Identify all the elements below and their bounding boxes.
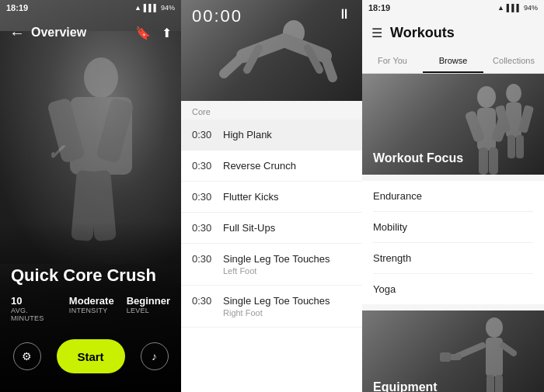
exercise-item[interactable]: 0:30 Single Leg Toe Touches Left Foot <box>181 244 362 286</box>
exercise-info: Full Sit-Ups <box>223 222 275 234</box>
svg-point-13 <box>477 86 496 108</box>
category-list: Endurance Mobility Strength Yoga <box>362 181 544 304</box>
bookmark-icon[interactable]: 🔖 <box>135 26 151 40</box>
exercise-info: High Plank <box>223 129 272 140</box>
category-yoga[interactable]: Yoga <box>373 274 533 304</box>
exercise-time: 0:30 <box>192 191 223 203</box>
category-mobility[interactable]: Mobility <box>373 212 533 243</box>
exercise-info: Flutter Kicks <box>223 191 279 203</box>
tab-collections[interactable]: Collections <box>483 50 544 73</box>
workout-meta: 10 Avg. Minutes Moderate Intensity Begin… <box>11 295 170 322</box>
wifi-icon: ▲ <box>497 4 504 12</box>
workouts-tabs: For You Browse Collections <box>362 50 544 74</box>
exercise-item[interactable]: 0:30 Reverse Crunch <box>181 151 362 182</box>
workouts-panel: 18:19 ▲ ▌▌▌ 94% ☰ Workouts For You Brows… <box>362 0 544 392</box>
exercise-time: 0:30 <box>192 160 223 172</box>
exercise-info: Single Leg Toe Touches Left Foot <box>223 253 330 276</box>
back-button[interactable]: ← <box>9 24 25 42</box>
pause-button[interactable]: ⏸ <box>337 6 351 23</box>
workout-title: Quick Core Crush <box>11 265 170 286</box>
workout-info: Quick Core Crush 10 Avg. Minutes Moderat… <box>11 265 170 322</box>
svg-line-30 <box>503 345 514 353</box>
meta-level-value: Beginner <box>127 295 170 307</box>
meta-minutes-value: 10 <box>11 295 22 307</box>
workouts-status-icons: ▲ ▌▌▌ 94% <box>497 4 538 12</box>
workouts-content: Workout Focus Endurance Mobility Strengt… <box>362 74 544 392</box>
status-icons: ▲ ▌▌▌ 94% <box>134 4 175 12</box>
svg-point-19 <box>506 84 521 102</box>
exercise-info: Reverse Crunch <box>223 160 296 172</box>
meta-intensity-value: Moderate <box>69 295 114 307</box>
exercise-name: Flutter Kicks <box>223 191 279 203</box>
exercise-time: 0:30 <box>192 253 223 265</box>
meta-minutes: 10 Avg. Minutes <box>11 295 57 322</box>
exercise-sub: Right Foot <box>223 308 330 317</box>
svg-rect-28 <box>449 354 462 360</box>
workouts-status-time: 18:19 <box>368 3 390 12</box>
tab-for-you-label: For You <box>378 56 407 65</box>
equipment-card[interactable]: Equipment <box>362 310 544 392</box>
workouts-top-bar: ☰ Workouts <box>362 16 544 50</box>
toolbar-icons: 🔖 ⬆ <box>135 26 172 40</box>
start-button[interactable]: Start <box>57 339 125 373</box>
tab-browse-label: Browse <box>439 56 468 65</box>
tab-for-you[interactable]: For You <box>362 50 423 73</box>
svg-rect-23 <box>507 135 515 158</box>
exercise-time: 0:30 <box>192 129 223 140</box>
svg-rect-31 <box>486 375 494 392</box>
wifi-icon: ▲ <box>134 4 141 12</box>
meta-minutes-label: Avg. Minutes <box>11 307 57 322</box>
meta-intensity: Moderate Intensity <box>69 295 114 322</box>
equipment-label: Equipment <box>373 380 438 392</box>
svg-point-0 <box>84 57 118 98</box>
settings-icon: ⚙ <box>22 350 32 363</box>
workout-focus-card[interactable]: Workout Focus <box>362 74 544 175</box>
svg-point-25 <box>486 317 503 338</box>
meta-level-label: Level <box>127 307 150 314</box>
exercise-item[interactable]: 0:30 Full Sit-Ups <box>181 213 362 244</box>
svg-rect-24 <box>516 135 524 158</box>
meta-intensity-label: Intensity <box>69 307 108 314</box>
action-bar: ⚙ Start ♪ <box>0 339 181 373</box>
battery-icon: 94% <box>524 4 538 12</box>
exercise-name: Single Leg Toe Touches <box>223 295 330 307</box>
svg-rect-18 <box>489 147 498 175</box>
category-endurance[interactable]: Endurance <box>373 181 533 212</box>
share-icon[interactable]: ⬆ <box>162 26 172 40</box>
music-button[interactable]: ♪ <box>141 342 169 370</box>
exercise-item[interactable]: 0:30 High Plank <box>181 120 362 151</box>
top-bar: ← Overview 🔖 ⬆ <box>0 16 181 50</box>
tab-browse[interactable]: Browse <box>423 50 483 73</box>
svg-rect-26 <box>486 338 503 376</box>
meta-level: Beginner Level <box>127 295 170 322</box>
settings-button[interactable]: ⚙ <box>13 342 41 370</box>
workouts-status-bar: 18:19 ▲ ▌▌▌ 94% <box>362 0 544 16</box>
exercise-time: 0:30 <box>192 222 223 234</box>
svg-rect-17 <box>479 147 488 175</box>
exercise-name: Full Sit-Ups <box>223 222 275 234</box>
exercise-item[interactable]: 0:30 Flutter Kicks <box>181 182 362 213</box>
svg-rect-20 <box>506 102 521 137</box>
svg-rect-32 <box>495 375 503 392</box>
detail-header: 00:00 ⏸ <box>181 0 362 101</box>
battery-icon: 94% <box>161 4 175 12</box>
exercise-list: 0:30 High Plank 0:30 Reverse Crunch 0:30… <box>181 120 362 392</box>
exercise-sub: Left Foot <box>223 266 330 276</box>
svg-rect-29 <box>440 352 451 362</box>
category-strength[interactable]: Strength <box>373 243 533 274</box>
detail-header-content: 00:00 ⏸ <box>181 0 362 101</box>
exercise-name: Reverse Crunch <box>223 160 296 172</box>
status-time: 18:19 <box>6 3 28 12</box>
exercise-item[interactable]: 0:30 Single Leg Toe Touches Right Foot <box>181 286 362 328</box>
status-bar: 18:19 ▲ ▌▌▌ 94% <box>0 0 181 16</box>
exercise-info: Single Leg Toe Touches Right Foot <box>223 295 330 317</box>
signal-icon: ▌▌▌ <box>144 4 159 12</box>
exercise-name: High Plank <box>223 129 272 140</box>
section-label: Core <box>181 101 362 120</box>
menu-button[interactable]: ☰ <box>371 26 382 40</box>
overview-panel: ✓ 18:19 ▲ ▌▌▌ 94% ← Overview 🔖 ⬆ Quick C… <box>0 0 181 392</box>
timer-display: 00:00 <box>192 6 242 26</box>
page-title: Overview <box>31 26 135 40</box>
workout-focus-label: Workout Focus <box>373 151 463 165</box>
detail-panel: 00:00 ⏸ Core 0:30 High Plank 0:30 Revers… <box>181 0 362 392</box>
